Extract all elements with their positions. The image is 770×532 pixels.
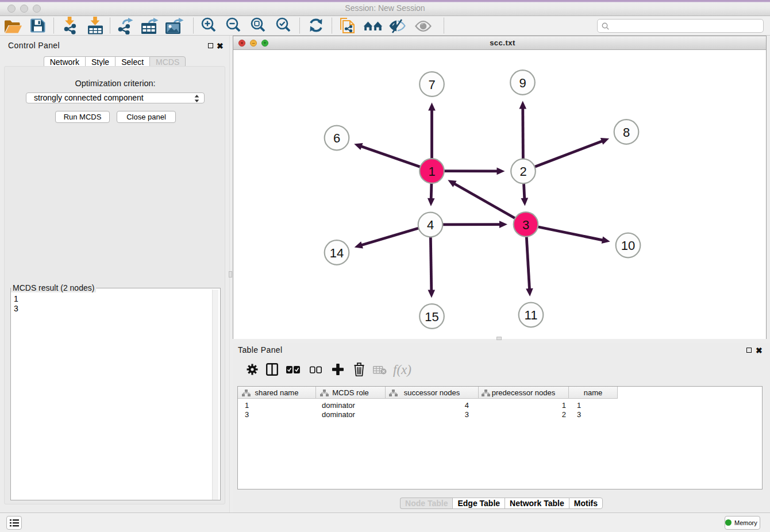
svg-text:4: 4 (427, 218, 434, 232)
svg-text:11: 11 (525, 308, 538, 322)
svg-text:15: 15 (425, 310, 438, 324)
svg-text:9: 9 (519, 76, 526, 90)
svg-text:7: 7 (428, 78, 435, 92)
svg-text:14: 14 (330, 246, 344, 260)
svg-text:8: 8 (623, 125, 630, 140)
svg-text:3: 3 (522, 218, 529, 232)
svg-text:6: 6 (333, 131, 340, 145)
svg-text:1: 1 (428, 164, 435, 179)
svg-text:10: 10 (621, 238, 635, 253)
svg-text:2: 2 (519, 164, 526, 179)
